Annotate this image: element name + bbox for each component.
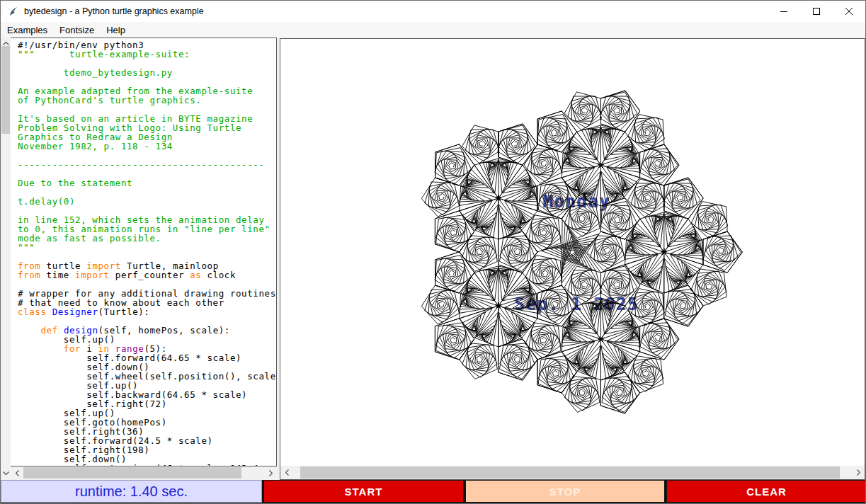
code-line: of PythonCard's turtle graphics. xyxy=(18,96,276,105)
bytedesign-drawing xyxy=(280,39,865,466)
code-line: """ xyxy=(18,243,276,252)
code-line: """ turtle-example-suite: xyxy=(18,50,276,59)
menubar: Examples Fontsize Help xyxy=(1,22,865,38)
window-controls xyxy=(768,1,865,22)
code-line: tdemo_bytedesign.py xyxy=(18,68,276,77)
vertical-scroll-thumb[interactable] xyxy=(1,46,10,134)
canvas-horizontal-scrollbar[interactable] xyxy=(280,466,865,479)
canvas-frame: Monday Sep. 1 2025 xyxy=(280,38,865,480)
code-vertical-scrollbar[interactable] xyxy=(1,38,11,466)
scroll-right-icon[interactable] xyxy=(853,466,863,479)
close-icon[interactable] xyxy=(833,1,865,22)
scroll-down-icon[interactable] xyxy=(1,466,11,479)
stop-button[interactable]: STOP xyxy=(465,480,665,503)
turtledemo-window: bytedesign - a Python turtle graphics ex… xyxy=(0,0,866,504)
menu-help[interactable]: Help xyxy=(101,23,130,37)
scroll-left-icon[interactable] xyxy=(282,466,292,479)
code-viewer[interactable]: #!/usr/bin/env python3""" turtle-example… xyxy=(11,38,277,466)
code-line: class Designer(Turtle): xyxy=(18,307,276,316)
maximize-icon[interactable] xyxy=(800,1,833,22)
menu-examples[interactable]: Examples xyxy=(2,23,52,37)
code-line: ----------------------------------------… xyxy=(18,160,276,169)
window-title: bytedesign - a Python turtle graphics ex… xyxy=(24,1,204,22)
tk-feather-icon xyxy=(8,6,19,17)
menu-fontsize[interactable]: Fontsize xyxy=(55,23,99,37)
horizontal-scroll-thumb[interactable] xyxy=(300,466,840,479)
start-button[interactable]: START xyxy=(263,480,464,503)
scroll-right-icon[interactable] xyxy=(266,466,275,479)
titlebar[interactable]: bytedesign - a Python turtle graphics ex… xyxy=(1,1,865,22)
clear-button[interactable]: CLEAR xyxy=(666,480,866,503)
code-line: November 1982, p. 118 - 134 xyxy=(18,142,276,151)
code-line: mode as fast as possible. xyxy=(18,234,276,243)
code-line: from time import perf_counter as clock xyxy=(18,270,276,280)
scroll-left-icon[interactable] xyxy=(12,466,22,479)
code-line: Due to the statement xyxy=(18,178,276,188)
minimize-icon[interactable] xyxy=(768,1,800,22)
runtime-label: runtime: 1.40 sec. xyxy=(1,480,262,503)
code-horizontal-scrollbar[interactable] xyxy=(11,466,277,479)
turtle-canvas: Monday Sep. 1 2025 xyxy=(280,39,865,466)
code-line: t.delay(0) xyxy=(18,197,276,206)
horizontal-scroll-thumb[interactable] xyxy=(23,467,241,479)
statusbar: runtime: 1.40 sec. START STOP CLEAR xyxy=(1,480,866,503)
